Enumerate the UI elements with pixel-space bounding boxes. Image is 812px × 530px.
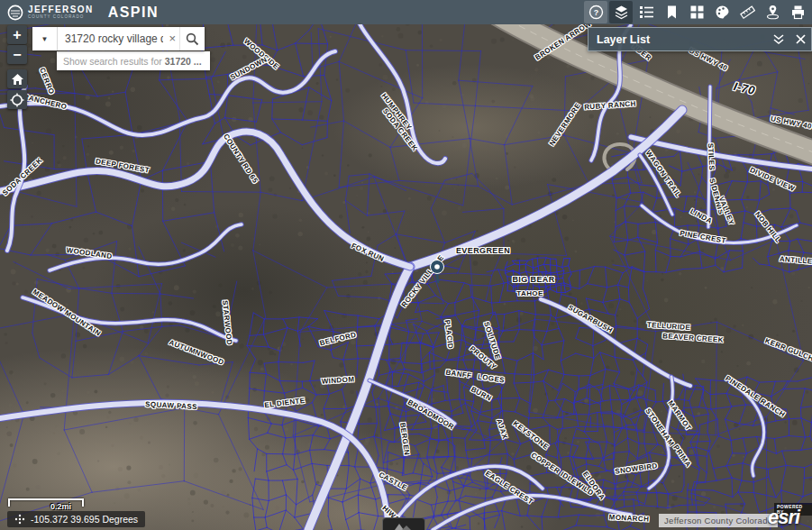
- coordinates-icon: [14, 514, 25, 525]
- search-box: ×: [58, 27, 179, 50]
- zoom-out-button[interactable]: −: [7, 45, 27, 64]
- home-icon: [11, 73, 24, 86]
- layer-list-button[interactable]: [609, 1, 633, 23]
- aspin-app-window: WOODSIDESUNDOWNBROKEN ARROWNDERUS HWY 40…: [0, 0, 812, 530]
- basemap-button[interactable]: [685, 1, 708, 23]
- search-source-dropdown[interactable]: ▼: [32, 27, 58, 50]
- printer-icon: [790, 5, 806, 20]
- help-icon: ?: [588, 5, 604, 20]
- search-suggestion[interactable]: Show search results for 31720 ...: [57, 51, 210, 70]
- svg-text:?: ?: [593, 8, 598, 17]
- map-label: EVERGREEN: [456, 246, 510, 255]
- measure-button[interactable]: [735, 1, 759, 23]
- double-chevron-down-icon: [772, 34, 785, 45]
- org-name: JEFFERSON COUNTY COLORADO: [28, 5, 94, 20]
- bookmark-icon: [664, 5, 680, 20]
- zoom-in-button[interactable]: +: [7, 25, 27, 44]
- bookmark-button[interactable]: [660, 1, 683, 23]
- jefferson-county-logo-icon: [7, 5, 23, 21]
- scale-label: 0.2mi: [50, 502, 71, 511]
- overview-map-widget[interactable]: [382, 517, 425, 530]
- top-bar: JEFFERSON COUNTY COLORADO ASPIN ?: [0, 0, 812, 24]
- locate-icon: [10, 93, 24, 107]
- suggestion-term: 31720 ...: [165, 56, 202, 67]
- map-label: BIG BEAR: [512, 275, 554, 284]
- search-widget: ▼ ×: [32, 27, 205, 50]
- search-input[interactable]: [58, 27, 179, 50]
- location-pin: [429, 259, 445, 286]
- scale-bar: [8, 498, 84, 507]
- map-canvas[interactable]: WOODSIDESUNDOWNBROKEN ARROWNDERUS HWY 40…: [0, 0, 812, 530]
- close-icon: [796, 34, 806, 44]
- layer-list-panel: Layer List: [588, 27, 812, 51]
- map-label: TAHOE: [516, 289, 543, 297]
- home-button[interactable]: [7, 69, 27, 88]
- map-label: STILES: [707, 143, 716, 171]
- chevron-down-icon: ▼: [41, 35, 49, 43]
- help-button[interactable]: ?: [584, 1, 607, 23]
- locate-button[interactable]: [7, 90, 27, 109]
- close-panel-button[interactable]: [789, 28, 811, 50]
- toolbar: ?: [584, 1, 809, 23]
- coordinates-readout: -105.372 39.695 Degrees: [31, 514, 138, 525]
- clear-search-icon[interactable]: ×: [169, 32, 176, 45]
- collapse-panel-button[interactable]: [768, 28, 789, 50]
- map-attribution: Jefferson County Colorado: [659, 514, 778, 527]
- panel-title: Layer List: [597, 33, 768, 46]
- basemap-grid-icon: [689, 5, 705, 20]
- draw-button[interactable]: [710, 1, 734, 23]
- legend-button[interactable]: [634, 1, 658, 23]
- coordinates-widget: -105.372 39.695 Degrees: [7, 511, 145, 527]
- print-button[interactable]: [786, 1, 809, 23]
- legend-icon: [639, 5, 654, 20]
- ruler-icon: [740, 5, 755, 20]
- layers-icon: [614, 5, 629, 20]
- street-view-button[interactable]: [761, 1, 784, 23]
- map-pin-icon: [765, 5, 780, 20]
- search-icon: [186, 32, 199, 46]
- search-button[interactable]: [179, 27, 205, 50]
- mountains-icon: [394, 522, 414, 530]
- page-title: ASPIN: [108, 5, 159, 21]
- palette-icon: [715, 5, 730, 20]
- suggestion-text: Show search results for: [63, 56, 162, 67]
- esri-logo: esri: [768, 506, 799, 529]
